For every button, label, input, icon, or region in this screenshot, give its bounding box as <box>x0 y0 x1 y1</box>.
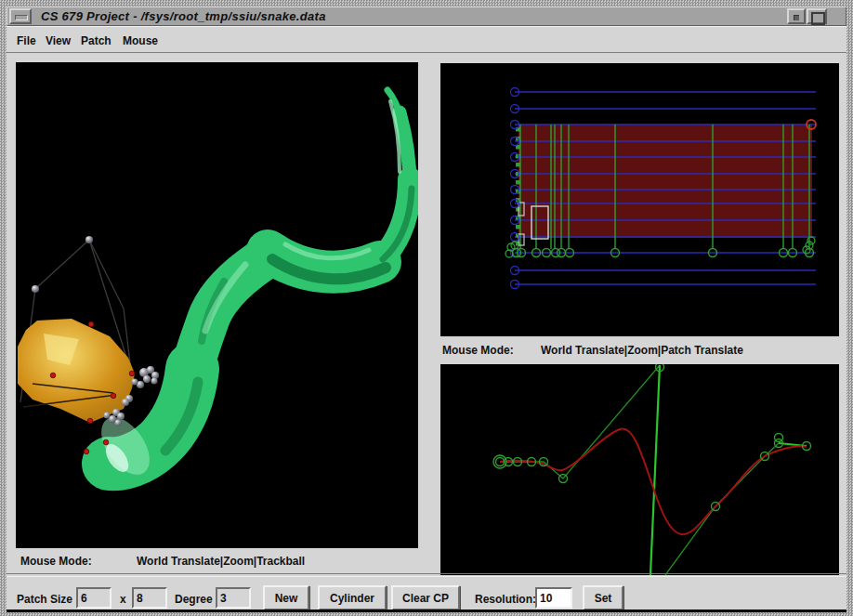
patch-size-label: Patch Size <box>17 593 72 606</box>
patch-grid-viewport[interactable] <box>440 63 839 336</box>
times-label: x <box>120 593 126 606</box>
menu-mouse[interactable]: Mouse <box>120 33 161 49</box>
resolution-label: Resolution: <box>475 593 536 606</box>
clear-cp-button[interactable]: Clear CP <box>391 585 460 610</box>
window-inner-bottom-border <box>7 609 846 612</box>
degree-input[interactable] <box>216 587 251 609</box>
maximize-icon <box>811 12 825 25</box>
curve-editor-render <box>440 364 839 575</box>
menu-view[interactable]: View <box>43 33 73 49</box>
snake-head <box>18 319 135 423</box>
application-window: CS 679 Project - /fsys/root_tmp/ssiu/sna… <box>0 0 853 616</box>
control-polygon <box>500 365 807 575</box>
menu-patch[interactable]: Patch <box>78 33 114 49</box>
window-title: CS 679 Project - /fsys/root_tmp/ssiu/sna… <box>41 9 326 23</box>
patch-cols-input[interactable] <box>132 587 167 609</box>
titlebar[interactable]: CS 679 Project - /fsys/root_tmp/ssiu/sna… <box>7 7 846 26</box>
curve-control-points[interactable] <box>493 364 811 511</box>
degree-label: Degree <box>175 593 213 606</box>
maximize-button[interactable] <box>807 8 827 24</box>
snake-body <box>92 90 412 483</box>
curve-editor-viewport[interactable] <box>440 364 839 575</box>
snake-3d-viewport[interactable] <box>16 62 418 548</box>
patch-rows-input[interactable] <box>76 587 112 609</box>
mouse-mode-value-left: World Translate|Zoom|Trackball <box>137 555 305 568</box>
menubar: File View Patch Mouse <box>7 26 846 52</box>
patch-grid-render <box>440 63 839 336</box>
mouse-mode-value-right: World Translate|Zoom|Patch Translate <box>541 344 743 357</box>
snake-3d-render <box>16 62 418 548</box>
menu-file[interactable]: File <box>14 33 39 49</box>
cylinder-button[interactable]: Cylinder <box>318 585 387 610</box>
toolbar-separator <box>7 573 846 577</box>
window-menu-dash-icon <box>15 15 28 20</box>
set-button[interactable]: Set <box>583 585 623 610</box>
mouse-mode-label-right: Mouse Mode: <box>442 344 514 357</box>
new-button[interactable]: New <box>263 585 309 610</box>
minimize-button[interactable] <box>787 8 806 24</box>
resolution-input[interactable] <box>535 587 572 609</box>
window-menu-button[interactable] <box>9 8 32 24</box>
minimize-icon <box>794 15 799 20</box>
mouse-mode-label-left: Mouse Mode: <box>20 555 92 568</box>
